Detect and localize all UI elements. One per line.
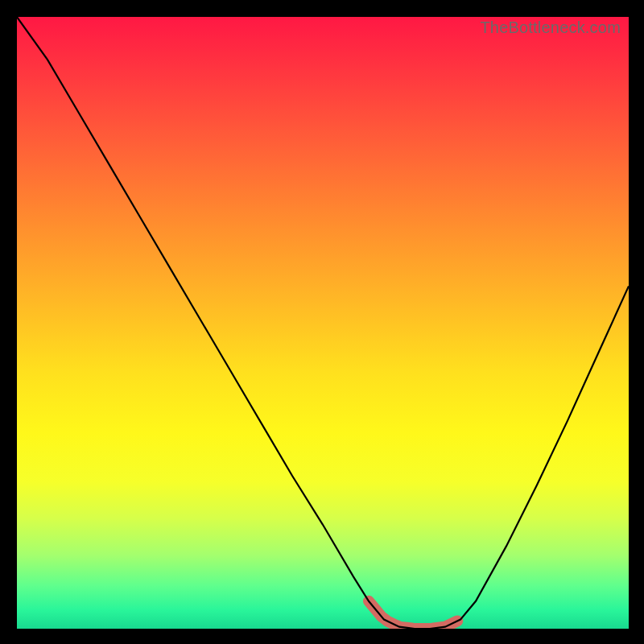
curve-line xyxy=(17,17,629,629)
bottleneck-curve xyxy=(17,17,629,629)
chart-frame: TheBottleneck.com xyxy=(0,0,644,644)
plot-area: TheBottleneck.com xyxy=(17,17,629,629)
highlight-band xyxy=(369,601,457,629)
